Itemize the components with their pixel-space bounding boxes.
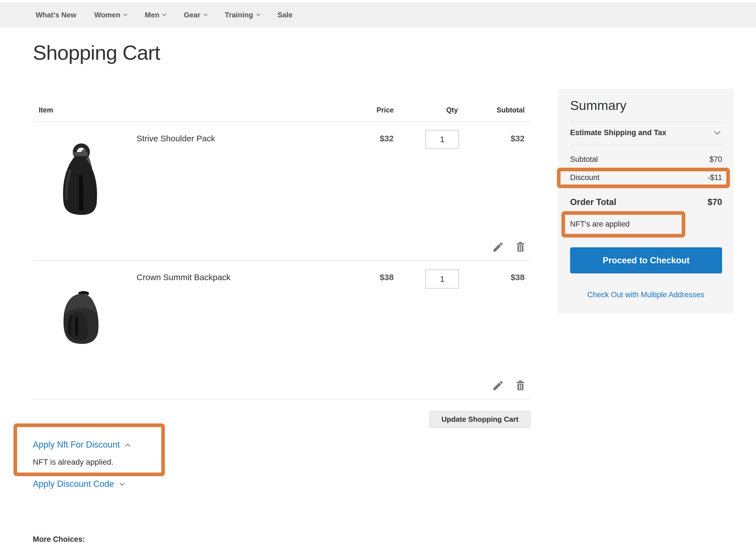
subtotal-value: $70 <box>709 155 722 164</box>
apply-discount-code-link[interactable]: Apply Discount Code <box>33 479 124 489</box>
product-name[interactable]: Strive Shoulder Pack <box>137 134 215 143</box>
row-actions <box>492 379 527 392</box>
cart-table: Item Price Qty Subtotal Strive Shoulder … <box>33 103 530 399</box>
product-image-crown-summit-backpack[interactable] <box>60 290 102 346</box>
apply-discount-label: Apply Discount Code <box>33 479 114 489</box>
product-price: $38 <box>380 272 394 282</box>
chevron-down-icon <box>714 129 721 135</box>
qty-input[interactable] <box>425 130 459 149</box>
product-subtotal: $38 <box>511 272 525 282</box>
summary-panel: Summary Estimate Shipping and Tax Subtot… <box>558 89 734 314</box>
pencil-icon[interactable] <box>492 379 504 392</box>
discount-value: -$11 <box>707 173 722 182</box>
divider <box>570 145 722 146</box>
chevron-down-icon <box>256 12 260 16</box>
nft-applied-status: NFT is already applied. <box>33 458 113 467</box>
more-choices-label: More Choices: <box>33 535 85 544</box>
update-shopping-cart-button[interactable]: Update Shopping Cart <box>429 411 530 428</box>
subtotal-label: Subtotal <box>570 155 598 164</box>
proceed-to-checkout-button[interactable]: Proceed to Checkout <box>570 247 722 273</box>
nav-item-gear[interactable]: Gear <box>184 11 207 19</box>
column-header-price: Price <box>376 106 394 114</box>
apply-nft-for-discount-link[interactable]: Apply Nft For Discount <box>33 440 130 450</box>
nav-label: Women <box>94 11 120 19</box>
order-total-value: $70 <box>707 197 722 207</box>
chevron-down-icon <box>203 12 207 16</box>
summary-title: Summary <box>570 98 626 113</box>
order-total-label: Order Total <box>570 197 616 207</box>
shopping-cart-page: What's New Women Men Gear Training Sale … <box>0 0 756 553</box>
page-title: Shopping Cart <box>33 41 160 64</box>
multi-address-checkout-link[interactable]: Check Out with Multiple Addresses <box>558 291 734 299</box>
chevron-down-icon <box>119 481 124 486</box>
cart-table-header: Item Price Qty Subtotal <box>33 103 530 122</box>
nft-applied-note: NFT's are applied <box>570 220 629 229</box>
qty-input[interactable] <box>425 269 459 289</box>
product-name[interactable]: Crown Summit Backpack <box>137 272 231 282</box>
nav-item-whats-new[interactable]: What's New <box>35 11 76 19</box>
divider <box>570 122 722 122</box>
product-image-strive-shoulder-pack[interactable] <box>58 141 104 217</box>
nav-label: What's New <box>35 11 76 19</box>
nav-label: Men <box>145 11 159 19</box>
row-actions <box>492 241 527 253</box>
nav-label: Training <box>225 11 253 19</box>
estimate-shipping-and-tax-toggle[interactable]: Estimate Shipping and Tax <box>570 129 722 137</box>
nav-label: Sale <box>278 11 293 19</box>
column-header-qty: Qty <box>435 106 469 114</box>
apply-nft-label: Apply Nft For Discount <box>33 440 120 450</box>
order-total-row: Order Total $70 <box>570 197 722 207</box>
subtotal-row: Subtotal $70 <box>570 155 722 164</box>
pencil-icon[interactable] <box>492 241 504 253</box>
nav-item-men[interactable]: Men <box>145 11 166 19</box>
multi-address-label: Check Out with Multiple Addresses <box>587 291 704 299</box>
chevron-down-icon <box>162 12 166 16</box>
nav-label: Gear <box>184 11 200 19</box>
nav-item-sale[interactable]: Sale <box>278 11 293 19</box>
highlight-box-apply-nft-section <box>13 423 165 476</box>
discount-row: Discount -$11 <box>570 173 722 182</box>
estimate-label: Estimate Shipping and Tax <box>570 129 666 137</box>
column-header-subtotal: Subtotal <box>497 106 525 114</box>
chevron-down-icon <box>123 12 127 16</box>
column-header-item: Item <box>39 106 53 114</box>
cart-row-strive-shoulder-pack: Strive Shoulder Pack $32 $32 <box>33 122 530 261</box>
nav-item-women[interactable]: Women <box>94 11 127 19</box>
product-price: $32 <box>380 134 394 143</box>
nav-item-training[interactable]: Training <box>225 11 260 19</box>
cart-row-crown-summit-backpack: Crown Summit Backpack $38 $38 <box>33 261 530 399</box>
chevron-up-icon <box>125 443 130 449</box>
product-subtotal: $32 <box>511 134 525 143</box>
trash-icon[interactable] <box>514 379 527 392</box>
main-nav: What's New Women Men Gear Training Sale <box>0 2 756 27</box>
discount-label: Discount <box>570 173 599 182</box>
trash-icon[interactable] <box>514 241 527 253</box>
